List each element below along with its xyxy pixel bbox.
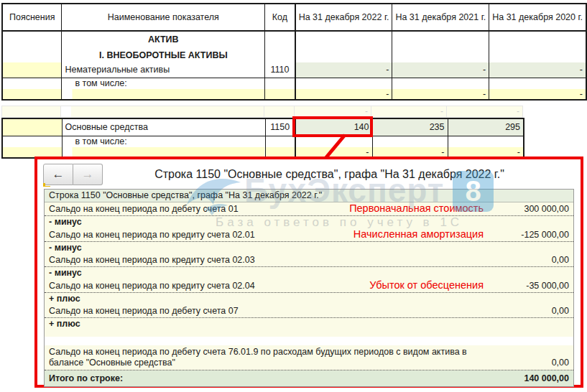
operator-minus-3: - минус bbox=[45, 267, 573, 279]
section-aktiv: АКТИВ bbox=[65, 34, 262, 45]
operator-plus-1: + плюс bbox=[45, 293, 573, 305]
cell-intangibles-2020[interactable]: - bbox=[489, 62, 586, 78]
balance-table-top: Пояснения Наименование показателя Код На… bbox=[1, 3, 587, 101]
nav-buttons: ← → bbox=[43, 164, 103, 185]
row-value: 0,00 bbox=[494, 306, 569, 317]
col-header-2022: На 31 декабря 2022 г. bbox=[295, 4, 392, 31]
faded-detail-row: - - - bbox=[1, 106, 523, 118]
forward-arrow-icon: → bbox=[82, 167, 94, 182]
cell-including-label: в том числе: bbox=[62, 78, 265, 89]
total-label: Итого по строке: bbox=[49, 373, 483, 384]
drilldown-popup: ← → Строка 1150 "Основные средства", гра… bbox=[34, 157, 583, 388]
row-including: в том числе: bbox=[2, 78, 586, 89]
cell-fixed-assets-code[interactable]: 1150 bbox=[265, 118, 295, 136]
drilldown-header-row[interactable]: Строка 1150 "Основные средства", графа "… bbox=[45, 190, 573, 202]
row-value: 300 000,00 bbox=[494, 204, 569, 215]
cell-intangibles-2022[interactable]: - bbox=[295, 62, 392, 78]
row-value: -35 000,00 bbox=[494, 281, 569, 291]
drilldown-row-0203[interactable]: Сальдо на конец периода по кредиту счета… bbox=[45, 254, 573, 267]
row-value: 0,00 bbox=[497, 358, 569, 368]
section-title-row: АКТИВ I. ВНЕОБОРОТНЫЕ АКТИВЫ bbox=[2, 31, 586, 62]
col-header-2021: На 31 декабря 2021 г. bbox=[392, 4, 489, 31]
balance-table-fixed-assets: Основные средства 1150 140 235 295 в том… bbox=[1, 118, 524, 159]
drilldown-row-0201[interactable]: Сальдо на конец периода по кредиту счета… bbox=[45, 228, 573, 242]
cell-fixed-assets-2021[interactable]: 235 bbox=[372, 118, 448, 136]
forward-button[interactable]: → bbox=[73, 164, 103, 185]
empty-gap-row bbox=[45, 337, 573, 345]
back-button[interactable]: ← bbox=[43, 164, 73, 185]
cell-detail-2022[interactable]: - bbox=[295, 89, 392, 100]
operator-minus-2: - минус bbox=[45, 242, 573, 254]
popup-title: Строка 1150 "Основные средства", графа "… bbox=[103, 168, 581, 181]
faded-2021: - bbox=[371, 106, 447, 118]
section-vneoborotnye: I. ВНЕОБОРОТНЫЕ АКТИВЫ bbox=[65, 50, 262, 61]
row-label: Сальдо на конец периода по кредиту счета… bbox=[49, 281, 369, 291]
drilldown-row-07[interactable]: Сальдо на конец периода по дебету счета … bbox=[45, 305, 573, 318]
cell-explanations[interactable] bbox=[2, 62, 62, 78]
row-value: 0,00 bbox=[494, 255, 569, 266]
row-label: Сальдо на конец периода по кредиту счета… bbox=[49, 255, 494, 266]
row-label: Сальдо на конец периода по кредиту счета… bbox=[49, 230, 353, 241]
table-header-row: Пояснения Наименование показателя Код На… bbox=[2, 4, 586, 31]
total-value: 140 000,00 bbox=[483, 373, 569, 384]
screenshot-root: Пояснения Наименование показателя Код На… bbox=[0, 0, 587, 392]
drilldown-table: Строка 1150 "Основные средства", графа "… bbox=[44, 189, 574, 387]
cell-intangibles-2021[interactable]: - bbox=[392, 62, 489, 78]
annotation-initial-cost: Первоначальная стоимость bbox=[349, 203, 484, 214]
cell-intangibles-code[interactable]: 1110 bbox=[265, 62, 295, 78]
cell-fixed-assets-2020[interactable]: 295 bbox=[448, 118, 524, 136]
row-label: Сальдо на конец периода по дебету счета … bbox=[49, 306, 494, 317]
popup-titlebar: ← → Строка 1150 "Основные средства", гра… bbox=[37, 159, 581, 187]
annotation-impairment: Убыток от обесценения bbox=[369, 280, 484, 291]
faded-2020: - bbox=[447, 106, 523, 118]
row-label: Сальдо на конец периода по дебету счета … bbox=[49, 204, 349, 215]
operator-plus-2: + плюс bbox=[45, 318, 573, 337]
row-yellow-detail: - - - bbox=[2, 89, 586, 100]
highlight-box-140 bbox=[292, 116, 373, 137]
col-header-indicator: Наименование показателя bbox=[62, 4, 265, 31]
drilldown-row-01[interactable]: Сальдо на конец периода по дебету счета … bbox=[45, 202, 573, 216]
cell-including2-label: в том числе: bbox=[62, 136, 265, 147]
row-intangibles: Нематериальные активы 1110 - - - bbox=[2, 62, 586, 78]
drilldown-row-76019[interactable]: Сальдо на конец периода по дебету счета … bbox=[45, 345, 573, 370]
drilldown-row-0204[interactable]: Сальдо на конец периода по кредиту счета… bbox=[45, 279, 573, 293]
cell-cursor-marker bbox=[43, 183, 50, 187]
col-header-explanations: Пояснения bbox=[2, 4, 62, 31]
section-titles: АКТИВ I. ВНЕОБОРОТНЫЕ АКТИВЫ bbox=[62, 31, 265, 62]
row-fixed-assets: Основные средства 1150 140 235 295 bbox=[2, 118, 524, 136]
col-header-code: Код bbox=[265, 4, 295, 31]
row-label: Сальдо на конец периода по дебету счета … bbox=[49, 347, 497, 368]
cell-intangibles-name[interactable]: Нематериальные активы bbox=[62, 62, 265, 78]
col-header-2020: На 31 декабря 2020 г. bbox=[489, 4, 586, 31]
row-including-2: в том числе: bbox=[2, 136, 524, 147]
total-row[interactable]: Итого по строке: 140 000,00 bbox=[45, 370, 573, 386]
annotation-depreciation: Начисленная амортизация bbox=[353, 229, 484, 240]
back-arrow-icon: ← bbox=[52, 167, 65, 182]
operator-minus-1: - минус bbox=[45, 216, 573, 228]
cell-detail-2020[interactable]: - bbox=[489, 89, 586, 100]
cell-detail-2021[interactable]: - bbox=[392, 89, 489, 100]
row-value: -125 000,00 bbox=[494, 230, 569, 241]
cell-fixed-assets-name[interactable]: Основные средства bbox=[62, 118, 265, 136]
